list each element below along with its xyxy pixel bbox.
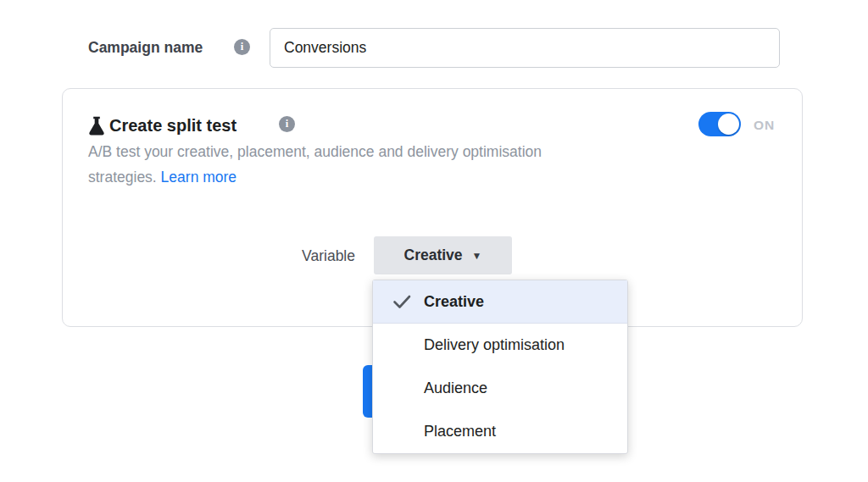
description-line2: strategies. <box>88 169 161 186</box>
campaign-name-input[interactable] <box>270 28 780 68</box>
menu-item-label: Placement <box>424 423 496 440</box>
flask-icon <box>88 116 105 139</box>
description-line1: A/B test your creative, placement, audie… <box>88 143 542 160</box>
variable-dropdown-menu: Creative Delivery optimisation Audience … <box>372 280 628 454</box>
menu-item-label: Creative <box>424 293 484 311</box>
card-description: A/B test your creative, placement, audie… <box>88 139 682 190</box>
split-test-info-icon[interactable]: i <box>279 116 295 132</box>
menu-item-label: Audience <box>424 380 487 397</box>
check-icon <box>392 294 412 310</box>
card-title: Create split test <box>109 116 236 136</box>
toggle-knob <box>718 114 739 135</box>
menu-item-audience[interactable]: Audience <box>373 367 627 410</box>
toggle-state-label: ON <box>754 118 775 133</box>
menu-item-creative[interactable]: Creative <box>373 280 627 324</box>
variable-label: Variable <box>266 247 355 265</box>
learn-more-link[interactable]: Learn more <box>161 169 237 186</box>
menu-item-placement[interactable]: Placement <box>373 410 627 453</box>
variable-dropdown-button[interactable]: Creative ▼ <box>374 236 512 274</box>
campaign-info-icon[interactable]: i <box>234 39 250 55</box>
variable-selected-value: Creative <box>404 247 463 264</box>
caret-down-icon: ▼ <box>472 251 482 261</box>
campaign-name-label: Campaign name <box>88 39 203 57</box>
split-test-toggle[interactable] <box>698 112 741 136</box>
menu-item-delivery-optimisation[interactable]: Delivery optimisation <box>373 324 627 367</box>
split-test-page: Campaign name i Create split test i A/B … <box>0 0 868 482</box>
menu-item-label: Delivery optimisation <box>424 336 565 354</box>
